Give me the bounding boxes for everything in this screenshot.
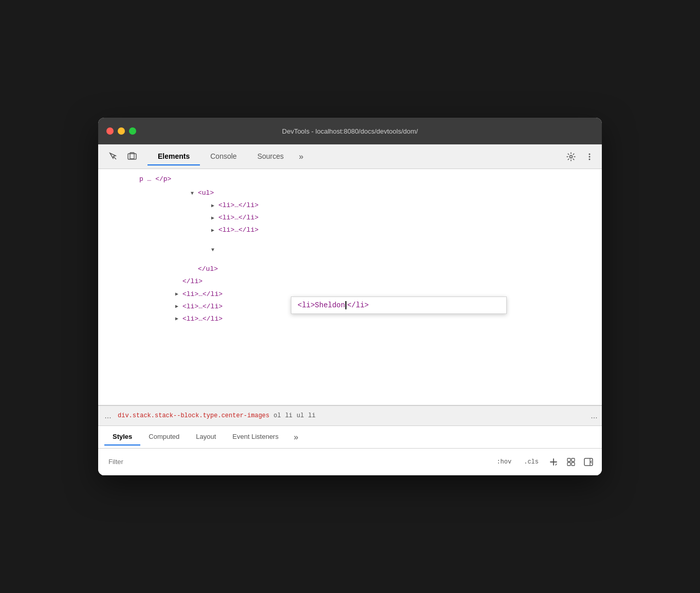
tab-event-listeners[interactable]: Event Listeners [224,429,287,446]
traffic-lights [106,127,136,135]
tab-elements[interactable]: Elements [148,148,200,165]
tabs-more-icon[interactable]: » [294,150,308,164]
expand-arrow-ul[interactable]: ▼ [191,189,198,198]
breadcrumb-ul[interactable]: ul [297,412,304,419]
more-options-icon[interactable] [581,149,598,165]
breadcrumb-bar: … div.stack.stack--block.type.center-ima… [98,405,602,426]
bottom-panel: Styles Computed Layout Event Listeners »… [98,426,602,475]
styles-icon-button[interactable] [564,455,578,469]
dom-line-li-close[interactable]: ▶ </li> [98,275,602,288]
expand-arrow-li4[interactable]: ▼ [211,246,218,254]
expand-arrow-li1[interactable]: ▶ [211,201,218,210]
breadcrumb-li2[interactable]: li [308,412,315,419]
dom-line-li4[interactable]: ▼ [98,236,602,263]
cls-button[interactable]: .cls [519,456,543,468]
bottom-tabs: Styles Computed Layout Event Listeners » [98,426,602,449]
edit-cursor [345,301,346,309]
minimize-button[interactable] [118,127,125,135]
breadcrumb-more[interactable]: … [591,412,598,420]
breadcrumb-ol[interactable]: ol [273,412,281,419]
dom-top-hint: p … </p> [98,169,602,185]
expand-arrow-li7[interactable]: ▶ [175,314,182,323]
inspect-icon[interactable] [106,150,121,164]
svg-point-2 [570,155,573,158]
tabbar-icons [102,150,143,164]
svg-point-5 [589,158,591,160]
dom-line-li7[interactable]: ▶ <li>…</li> [98,313,602,325]
device-icon[interactable] [125,150,139,164]
dom-line-ul-close[interactable]: ▶ </ul> [98,263,602,275]
tabs: Elements Console Sources » [148,148,563,165]
elements-panel: p … </p> ▼ <ul> ▶ <li>…</li> ▶ <li>…</li… [98,169,602,405]
tab-layout[interactable]: Layout [188,429,224,446]
tab-console[interactable]: Console [200,148,247,165]
dom-line-li2[interactable]: ▶ <li>…</li> [98,212,602,224]
breadcrumb-li1[interactable]: li [285,412,292,419]
dom-line-li1[interactable]: ▶ <li>…</li> [98,199,602,212]
dom-line-ul-open[interactable]: ▼ <ul> [98,187,602,199]
tab-styles[interactable]: Styles [104,429,140,446]
add-style-button[interactable] [546,455,561,469]
tab-computed[interactable]: Computed [140,429,188,446]
bottom-tabs-more-icon[interactable]: » [289,430,303,444]
expand-arrow-li2[interactable]: ▶ [211,214,218,223]
settings-icon[interactable] [563,149,579,165]
filter-input[interactable] [104,456,488,468]
filter-bar: :hov .cls [98,449,602,475]
svg-point-4 [589,156,591,157]
dom-line-li3[interactable]: ▶ <li>…</li> [98,224,602,236]
edit-prefix: <li>Sheldon [298,301,345,309]
close-button[interactable] [106,127,114,135]
breadcrumb-path[interactable]: div.stack.stack--block.type.center-image… [118,412,269,419]
tabbar: Elements Console Sources » [98,144,602,169]
dom-edit-overlay[interactable]: <li>Sheldon</li> [291,296,507,314]
svg-point-3 [589,153,591,155]
maximize-button[interactable] [129,127,136,135]
expand-arrow-li5[interactable]: ▶ [175,290,182,299]
expand-arrow-li3[interactable]: ▶ [211,226,218,235]
window-title: DevTools - localhost:8080/docs/devtools/… [282,127,418,135]
filter-actions: :hov .cls [492,455,596,469]
hov-button[interactable]: :hov [492,456,516,468]
edit-suffix: </li> [347,301,369,309]
tab-sources[interactable]: Sources [247,148,294,165]
svg-rect-6 [567,458,570,461]
svg-rect-8 [567,462,570,466]
toggle-panel-button[interactable] [581,455,596,469]
titlebar: DevTools - localhost:8080/docs/devtools/… [98,118,602,144]
tabbar-actions [563,149,598,165]
expand-arrow-li6[interactable]: ▶ [175,302,182,311]
svg-rect-10 [584,458,593,466]
devtools-window: DevTools - localhost:8080/docs/devtools/… [98,118,602,475]
svg-rect-7 [572,458,575,461]
breadcrumb-dots[interactable]: … [102,412,114,420]
svg-rect-9 [572,462,575,466]
top-hint-text: p … </p> [139,175,171,183]
